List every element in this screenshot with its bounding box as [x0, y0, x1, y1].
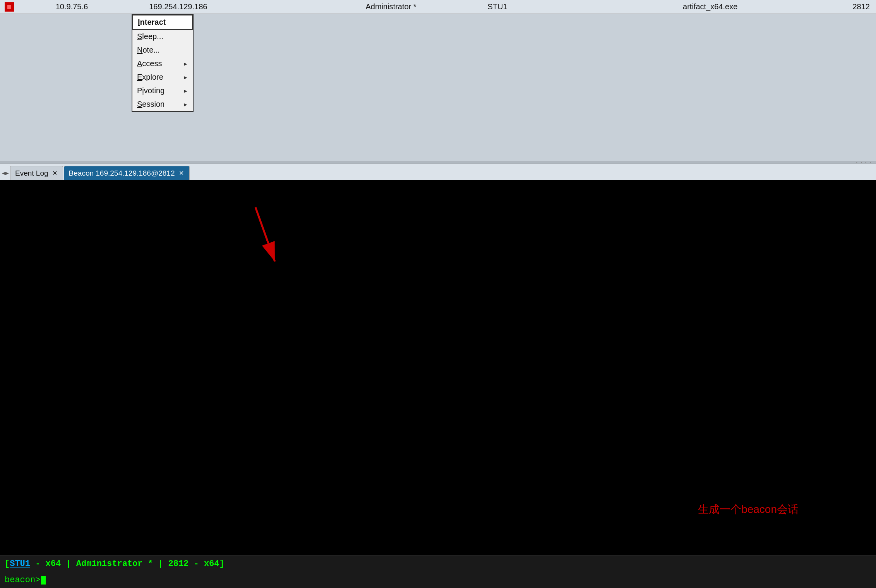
tab-beacon[interactable]: Beacon 169.254.129.186@2812 ✕	[64, 166, 190, 180]
pivoting-submenu-arrow: ►	[183, 88, 188, 94]
context-menu-sleep[interactable]: Sleep...	[132, 30, 193, 43]
tab-bar: ◀▶ Event Log ✕ Beacon 169.254.129.186@28…	[0, 164, 876, 180]
prompt-text: beacon>	[5, 575, 40, 585]
access-submenu-arrow: ►	[183, 61, 188, 67]
prompt-bar: beacon>	[0, 572, 876, 588]
context-menu-interact[interactable]: Interact	[132, 15, 193, 30]
status-detail: - x64 | Administrator * | 2812 - x64	[30, 559, 219, 569]
context-menu-session[interactable]: Session ►	[132, 97, 193, 111]
remote-ip: 169.254.129.186	[125, 2, 231, 11]
username: Administrator *	[338, 2, 444, 11]
beacon-label: Beacon 169.254.129.186@2812	[69, 169, 175, 178]
arrow-annotation	[225, 203, 302, 283]
resize-icon: ◀▶	[2, 170, 9, 176]
note-label: Note...	[137, 46, 160, 55]
status-text: [STU1 - x64 | Administrator * | 2812 - x…	[5, 559, 225, 569]
chinese-text: 生成一个beacon会话	[698, 503, 799, 515]
context-menu: Interact Sleep... Note... Access ► Explo…	[132, 14, 194, 112]
session-label: Session	[137, 100, 165, 109]
tab-event-log[interactable]: Event Log ✕	[10, 166, 63, 180]
access-label: Access	[137, 59, 162, 68]
context-menu-access[interactable]: Access ►	[132, 57, 193, 70]
explore-submenu-arrow: ►	[183, 74, 188, 80]
pivoting-label: Pivoting	[137, 86, 165, 95]
event-log-close[interactable]: ✕	[51, 169, 58, 177]
terminal-area[interactable]: 生成一个beacon会话	[0, 180, 876, 556]
status-bar: [STU1 - x64 | Administrator * | 2812 - x…	[0, 556, 876, 572]
interact-label: Interact	[138, 18, 166, 27]
local-ip: 10.9.75.6	[19, 2, 125, 11]
top-bar: 10.9.75.6 169.254.129.186 Administrator …	[0, 0, 876, 14]
main-area: Interact Sleep... Note... Access ► Explo…	[0, 14, 876, 161]
stu1-link[interactable]: STU1	[10, 559, 30, 569]
beacon-close[interactable]: ✕	[178, 169, 185, 177]
pid: 2812	[763, 2, 873, 11]
process-name: artifact_x64.exe	[657, 2, 763, 11]
event-log-label: Event Log	[15, 169, 48, 178]
context-menu-note[interactable]: Note...	[132, 43, 193, 57]
panel-divider: ····	[0, 161, 876, 164]
hostname: STU1	[444, 2, 551, 11]
explore-label: Explore	[137, 73, 163, 82]
svg-line-3	[255, 207, 275, 262]
sleep-label: Sleep...	[137, 32, 163, 41]
session-submenu-arrow: ►	[183, 101, 188, 108]
context-menu-explore[interactable]: Explore ►	[132, 70, 193, 84]
svg-rect-1	[7, 5, 11, 9]
chinese-annotation: 生成一个beacon会话	[698, 502, 799, 517]
cursor	[41, 576, 46, 585]
tab-resize-handle[interactable]: ◀▶	[2, 166, 9, 180]
bottom-panel: ◀▶ Event Log ✕ Beacon 169.254.129.186@28…	[0, 164, 876, 588]
app-icon	[5, 2, 14, 12]
context-menu-pivoting[interactable]: Pivoting ►	[132, 84, 193, 97]
